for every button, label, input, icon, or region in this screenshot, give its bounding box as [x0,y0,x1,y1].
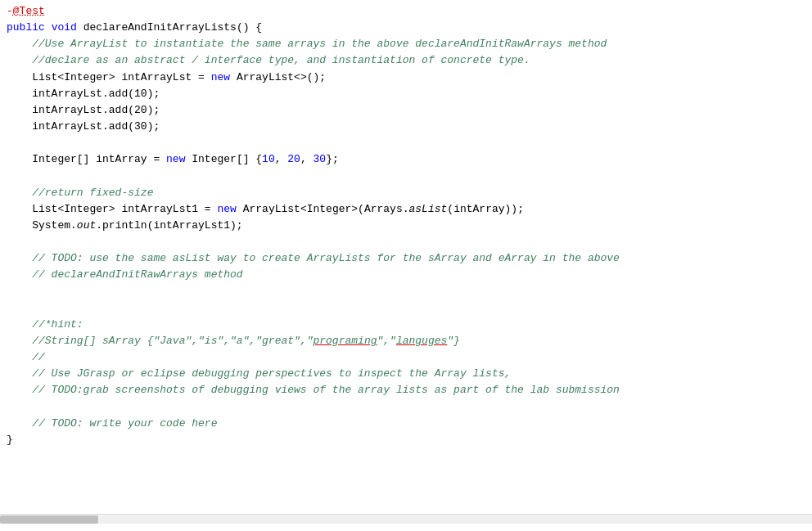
code-line: List<Integer> intArrayLst = new ArrayLis… [0,70,812,86]
code-editor: -@Test public void declareAndInitArrayLi… [0,0,812,524]
code-line: intArrayLst.add(30); [0,119,812,135]
code-line: // TODO: use the same asList way to crea… [0,250,812,267]
code-line: //*hint: [0,317,812,333]
code-line: // TODO: write your code here [0,416,812,432]
code-line [0,300,812,317]
code-line: // Use JGrasp or eclipse debugging persp… [0,366,812,382]
code-line: // declareAndInitRawArrays method [0,267,812,283]
code-line: intArrayLst.add(10); [0,86,812,102]
code-line: //String[] sArray {"Java","is","a","grea… [0,333,812,349]
code-line [0,283,812,299]
code-line [0,234,812,250]
code-line: //declare as an abstract / interface typ… [0,52,812,69]
code-line: public void declareAndInitArrayLists() { [0,20,812,36]
code-line: Integer[] intArray = new Integer[] {10, … [0,151,812,168]
code-line: //Use ArrayList to instantiate the same … [0,36,812,52]
code-line: intArrayLst.add(20); [0,102,812,119]
code-line: //return fixed-size [0,185,812,201]
code-line: } [0,432,812,448]
code-line [0,168,812,184]
code-line: List<Integer> intArrayLst1 = new ArrayLi… [0,201,812,218]
code-line: -@Test [0,3,812,20]
code-line: // TODO:grab screenshots of debugging vi… [0,382,812,398]
code-line: // [0,349,812,366]
code-line [0,398,812,415]
code-line [0,135,812,151]
code-line: System.out.println(intArrayLst1); [0,218,812,234]
horizontal-scrollbar[interactable] [0,514,812,524]
scrollbar-thumb[interactable] [0,515,98,524]
